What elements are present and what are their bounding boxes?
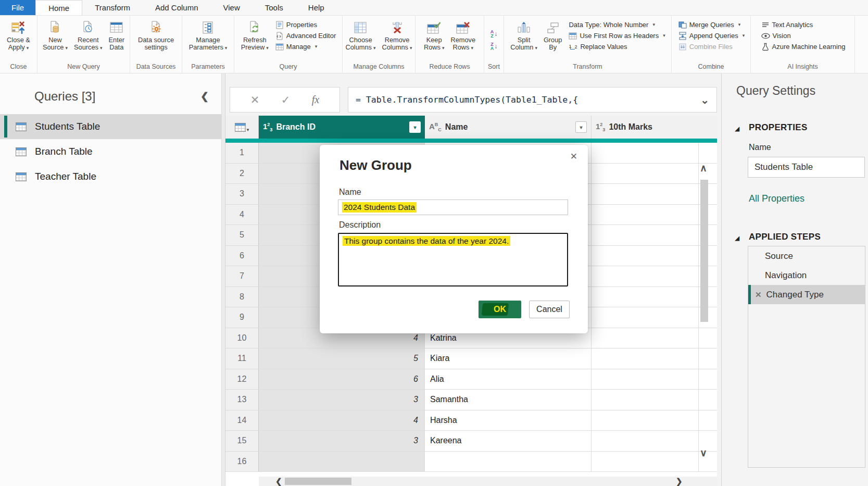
formula-cancel-icon[interactable]: ✕ [250,94,260,106]
collapse-queries-pane-icon[interactable]: ❮ [200,90,209,102]
table-row: 126Alia [225,369,717,390]
scroll-down-icon[interactable]: ∨ [697,447,710,459]
group-caption-reduce-rows: Reduce Rows [416,63,484,73]
tab-file[interactable]: File [0,0,35,15]
tab-help[interactable]: Help [296,0,337,15]
selected-header-underline [225,139,717,143]
query-settings-title: Query Settings [736,84,815,98]
manage-query-button[interactable]: Manage [275,42,336,51]
scroll-right-icon[interactable]: ❯ [676,477,683,486]
choose-columns-button[interactable]: Choose Columns [343,17,378,53]
properties-icon [275,21,284,29]
group-caption-sort: Sort [484,63,504,73]
applied-step-changed-type[interactable]: ✕ Changed Type [748,285,865,304]
group-caption-close: Close [0,63,37,73]
remove-rows-button[interactable]: Remove Rows [448,17,478,53]
manage-parameters-button[interactable]: Manage Parameters [186,17,230,53]
fx-icon[interactable]: fx [312,94,319,106]
formula-bar[interactable]: = Table.TransformColumnTypes(Table1_Tabl… [348,87,717,113]
applied-step-source[interactable]: Source [748,246,865,266]
new-source-icon [48,19,62,36]
close-and-apply-icon [11,19,26,36]
data-source-settings-button[interactable]: Data source settings [135,17,177,53]
column-header-10th-marks[interactable]: 123 10th Marks [592,116,717,139]
properties-button[interactable]: Properties [275,20,336,29]
vertical-scrollbar-thumb[interactable] [700,180,708,322]
refresh-preview-button[interactable]: Refresh Preview [238,17,271,53]
enter-data-button[interactable]: Enter Data [106,17,127,53]
column-header-branch-id[interactable]: 123 Branch ID ▾ [259,116,425,139]
recent-sources-button[interactable]: Recent Sources [71,17,105,53]
remove-columns-icon [391,19,404,36]
group-caption-new-query: New Query [37,63,130,73]
scroll-left-icon[interactable]: ❮ [275,477,282,486]
formula-text[interactable]: = Table.TransformColumnTypes(Table1_Tabl… [356,95,700,105]
append-queries-button[interactable]: Append Queries [678,31,745,40]
formula-expand-icon[interactable]: ⌄ [700,94,709,106]
collapse-triangle-icon[interactable]: ◢ [735,234,739,242]
scroll-up-icon[interactable]: ∧ [697,162,710,174]
column-header-name[interactable]: ABC Name ▾ [425,116,592,139]
tab-tools[interactable]: Tools [253,0,296,15]
enter-data-icon [109,19,123,36]
group-name-label: Name [339,188,361,197]
tab-home[interactable]: Home [35,0,82,15]
all-properties-link[interactable]: All Properties [749,193,804,204]
group-description-textarea[interactable]: This group contains the data of the year… [338,233,568,286]
filter-dropdown-button[interactable]: ▾ [409,121,421,133]
query-item-students-table[interactable]: Students Table [0,114,221,139]
horizontal-scrollbar[interactable]: ❮ ❯ [259,477,717,486]
ok-button[interactable]: OK [479,301,521,318]
use-first-row-as-headers-button[interactable]: Use First Row as Headers [569,31,665,40]
split-column-icon [517,19,531,36]
keep-rows-icon [427,19,441,36]
collapse-triangle-icon[interactable]: ◢ [735,125,739,132]
use-first-row-icon [569,32,577,40]
split-column-button[interactable]: Split Column [508,17,540,53]
tab-transform[interactable]: Transform [82,0,143,15]
remove-columns-button[interactable]: Remove Columns [380,17,415,53]
formula-toolbar: ✕ ✓ fx [230,87,340,113]
close-and-apply-button[interactable]: Close & Apply [4,17,33,53]
merge-queries-button[interactable]: Merge Queries [678,20,745,29]
cancel-button[interactable]: Cancel [529,301,570,318]
table-icon [235,123,246,132]
vision-button[interactable]: Vision [761,31,846,40]
applied-steps-section-header[interactable]: APPLIED STEPS [749,232,821,242]
applied-step-navigation[interactable]: Navigation [748,266,865,285]
group-by-button[interactable]: Group By [541,17,565,53]
replace-values-icon: 1 2 [569,43,577,51]
azure-machine-learning-button[interactable]: Azure Machine Learning [761,42,846,51]
keep-rows-button[interactable]: Keep Rows [421,17,447,53]
azure-ml-flask-icon [761,43,770,51]
select-all-corner-button[interactable]: ▾ [225,116,259,139]
new-source-button[interactable]: New Source [40,17,70,53]
sort-ascending-button[interactable]: A Z ↓ [490,29,498,39]
horizontal-scrollbar-thumb[interactable] [285,478,351,485]
query-item-branch-table[interactable]: Branch Table [0,139,221,164]
dialog-close-icon[interactable]: ✕ [570,151,577,162]
formula-check-icon[interactable]: ✓ [281,94,291,106]
delete-step-icon[interactable]: ✕ [755,290,762,300]
manage-parameters-icon [201,19,215,36]
filter-dropdown-button[interactable]: ▾ [575,121,587,133]
combine-files-button[interactable]: Combine Files [678,42,745,51]
advanced-editor-button[interactable]: Advanced Editor [275,31,336,40]
append-queries-icon [678,32,687,40]
text-analytics-button[interactable]: Text Analytics [761,20,846,29]
query-item-teacher-table[interactable]: Teacher Table [0,164,221,189]
properties-section-header[interactable]: PROPERTIES [749,122,808,133]
ribbon-spacer [855,16,868,73]
tab-view[interactable]: View [211,0,253,15]
tab-add-column[interactable]: Add Column [143,0,211,15]
ribbon-group-sort: A Z ↓ Z A ↓ Sort [484,16,504,73]
replace-values-button[interactable]: 1 2 Replace Values [569,42,665,51]
merge-queries-icon [678,21,687,29]
sort-descending-button[interactable]: Z A ↓ [490,42,498,51]
pane-splitter[interactable] [221,73,225,486]
group-name-input[interactable]: 2024 Students Data [338,200,568,215]
sort-za-icon: Z A [490,42,494,51]
sort-az-icon: A Z [490,30,494,38]
data-type-button[interactable]: Data Type: Whole Number [569,20,665,29]
query-name-input[interactable] [748,157,865,178]
